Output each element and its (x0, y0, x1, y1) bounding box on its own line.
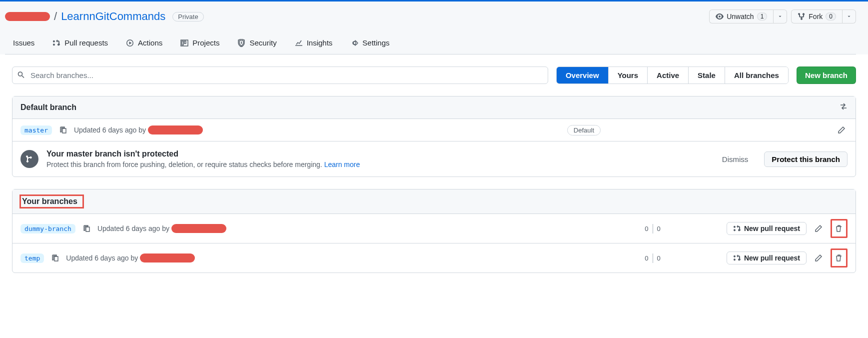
play-icon (126, 39, 134, 47)
new-branch-button[interactable]: New branch (797, 66, 856, 84)
nav-security[interactable]: Security (234, 34, 279, 54)
main: Overview Yours Active Stale All branches… (0, 54, 868, 297)
caret-down-icon (778, 14, 783, 19)
graph-icon (295, 39, 303, 47)
nav-pulls[interactable]: Pull requests (49, 34, 111, 54)
updated-text: Updated 6 days ago by (97, 224, 169, 232)
pull-request-icon (52, 39, 60, 47)
author-redacted[interactable] (140, 254, 195, 262)
branch-row: temp Updated 6 days ago by 0 0 (12, 244, 856, 272)
unwatch-label: Unwatch (727, 12, 754, 20)
your-branches-title: Your branches (22, 197, 77, 206)
dismiss-button[interactable]: Dismiss (722, 155, 749, 164)
copy-icon (51, 254, 59, 262)
default-branch-title: Default branch (20, 103, 76, 112)
branch-name[interactable]: temp (20, 254, 44, 263)
nav-issues[interactable]: Issues (10, 34, 37, 54)
tab-all[interactable]: All branches (725, 67, 788, 84)
pencil-icon (815, 254, 823, 262)
fork-button[interactable]: Fork 0 (791, 10, 843, 24)
nav-insights-label: Insights (307, 38, 333, 47)
default-branch-row: master Updated 6 days ago by Default (12, 119, 856, 142)
repo-name-link[interactable]: LearnnGitCommands (61, 10, 165, 23)
copy-icon (59, 126, 67, 134)
new-pull-request-label: New pull request (744, 254, 800, 262)
behind-count: 0 (641, 254, 653, 263)
tab-stale[interactable]: Stale (689, 67, 725, 84)
path-separator: / (54, 10, 57, 23)
copy-icon (82, 224, 90, 232)
nav-actions-label: Actions (138, 38, 162, 47)
protect-branch-button[interactable]: Protect this branch (764, 152, 848, 167)
pencil-icon (838, 126, 846, 134)
protect-notice: Your master branch isn't protected Prote… (12, 142, 856, 176)
nav-insights[interactable]: Insights (292, 34, 336, 54)
tab-overview[interactable]: Overview (557, 67, 609, 84)
fork-group: Fork 0 (791, 10, 856, 24)
switch-default-branch-button[interactable] (840, 102, 848, 112)
rename-branch-button[interactable] (836, 124, 848, 136)
unwatch-caret[interactable] (774, 10, 787, 24)
pull-request-icon (733, 224, 741, 232)
copy-branch-button[interactable] (80, 222, 92, 234)
unwatch-count: 1 (757, 12, 768, 20)
shield-icon (237, 39, 245, 47)
repo-header: / LearnnGitCommands Private Unwatch 1 Fo… (0, 2, 868, 54)
fork-caret[interactable] (843, 10, 856, 24)
repo-nav: Issues Pull requests Actions Projects Se… (5, 34, 856, 54)
fork-count: 0 (826, 12, 836, 20)
nav-projects-label: Projects (192, 38, 219, 47)
nav-pulls-label: Pull requests (64, 38, 108, 47)
protect-learn-more-link[interactable]: Learn more (324, 160, 360, 168)
branch-updated: Updated 6 days ago by (74, 126, 203, 134)
pencil-icon (815, 224, 823, 232)
nav-projects[interactable]: Projects (177, 34, 222, 54)
protect-text: Your master branch isn't protected Prote… (46, 150, 360, 168)
ahead-count: 0 (653, 224, 665, 234)
author-redacted[interactable] (171, 224, 226, 233)
rename-branch-button[interactable] (813, 252, 825, 264)
new-pull-request-button[interactable]: New pull request (727, 252, 807, 264)
nav-actions[interactable]: Actions (123, 34, 165, 54)
search-wrap (12, 66, 548, 84)
project-icon (180, 39, 188, 47)
fork-label: Fork (809, 12, 823, 20)
author-redacted[interactable] (148, 126, 203, 134)
ahead-behind-count: 0 0 (641, 254, 664, 263)
default-badge: Default (567, 125, 601, 136)
delete-branch-button[interactable] (833, 222, 845, 234)
delete-highlight (831, 219, 848, 238)
nav-issues-label: Issues (13, 38, 34, 47)
delete-branch-button[interactable] (833, 252, 845, 264)
tab-active[interactable]: Active (648, 67, 689, 84)
search-input[interactable] (12, 66, 548, 84)
tab-yours[interactable]: Yours (609, 67, 648, 84)
owner-link-redacted[interactable] (5, 12, 50, 21)
your-branches-panel: Your branches dummy-branch Updated 6 day… (12, 189, 856, 273)
your-branches-title-highlight: Your branches (19, 194, 84, 208)
caret-down-icon (847, 14, 852, 19)
branch-name[interactable]: dummy-branch (20, 224, 75, 234)
default-branch-header: Default branch (12, 96, 856, 119)
nav-security-label: Security (249, 38, 276, 47)
ahead-behind-count: 0 0 (641, 224, 664, 234)
rename-branch-button[interactable] (813, 222, 825, 234)
trash-icon (835, 254, 843, 262)
repo-title-row: / LearnnGitCommands Private Unwatch 1 Fo… (5, 10, 856, 24)
unwatch-button[interactable]: Unwatch 1 (709, 10, 774, 24)
copy-branch-button[interactable] (57, 124, 69, 136)
eye-icon (716, 12, 724, 20)
new-pull-request-label: New pull request (744, 224, 800, 232)
updated-text: Updated 6 days ago by (66, 254, 138, 262)
nav-settings-label: Settings (362, 38, 389, 47)
nav-settings[interactable]: Settings (347, 34, 392, 54)
trash-icon (835, 224, 843, 232)
copy-branch-button[interactable] (49, 252, 61, 264)
ahead-count: 0 (653, 254, 665, 263)
behind-count: 0 (641, 224, 653, 234)
branch-toolbar: Overview Yours Active Stale All branches… (12, 66, 856, 84)
branch-updated: Updated 6 days ago by (66, 254, 195, 262)
branch-icon (25, 155, 33, 163)
new-pull-request-button[interactable]: New pull request (727, 222, 807, 235)
branch-name[interactable]: master (20, 126, 52, 135)
